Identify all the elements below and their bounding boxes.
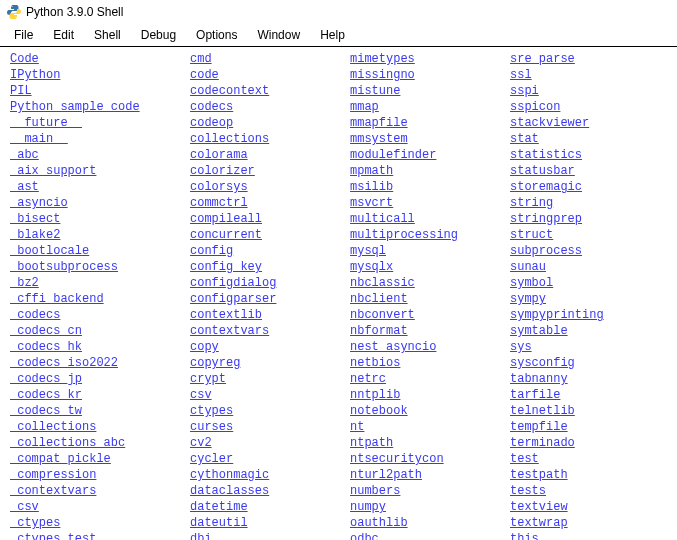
module-link[interactable]: tempfile [510, 419, 660, 435]
module-link[interactable]: cycler [190, 451, 350, 467]
module-link[interactable]: nbclient [350, 291, 510, 307]
module-link[interactable]: mistune [350, 83, 510, 99]
module-link[interactable]: oauthlib [350, 515, 510, 531]
menu-file[interactable]: File [4, 26, 43, 44]
menu-shell[interactable]: Shell [84, 26, 131, 44]
module-link[interactable]: _ctypes [10, 515, 190, 531]
module-link[interactable]: mmap [350, 99, 510, 115]
module-link[interactable]: stackviewer [510, 115, 660, 131]
module-link[interactable]: test [510, 451, 660, 467]
module-link[interactable]: Code [10, 51, 190, 67]
module-link[interactable]: _compression [10, 467, 190, 483]
module-link[interactable]: _codecs_cn [10, 323, 190, 339]
module-link[interactable]: statusbar [510, 163, 660, 179]
menu-options[interactable]: Options [186, 26, 247, 44]
module-link[interactable]: commctrl [190, 195, 350, 211]
module-link[interactable]: tabnanny [510, 371, 660, 387]
module-link[interactable]: notebook [350, 403, 510, 419]
module-link[interactable]: subprocess [510, 243, 660, 259]
module-link[interactable]: numpy [350, 499, 510, 515]
module-link[interactable]: dateutil [190, 515, 350, 531]
module-link[interactable]: nest_asyncio [350, 339, 510, 355]
module-link[interactable]: stringprep [510, 211, 660, 227]
module-link[interactable]: testpath [510, 467, 660, 483]
module-link[interactable]: netbios [350, 355, 510, 371]
module-link[interactable]: compileall [190, 211, 350, 227]
module-link[interactable]: nturl2path [350, 467, 510, 483]
module-link[interactable]: _compat_pickle [10, 451, 190, 467]
module-link[interactable]: nntplib [350, 387, 510, 403]
module-link[interactable]: mmapfile [350, 115, 510, 131]
module-link[interactable]: colorsys [190, 179, 350, 195]
module-link[interactable]: _collections_abc [10, 435, 190, 451]
module-link[interactable]: codecontext [190, 83, 350, 99]
module-link[interactable]: numbers [350, 483, 510, 499]
module-link[interactable]: mimetypes [350, 51, 510, 67]
module-link[interactable]: __future__ [10, 115, 190, 131]
module-link[interactable]: symbol [510, 275, 660, 291]
module-link[interactable]: textwrap [510, 515, 660, 531]
module-link[interactable]: msilib [350, 179, 510, 195]
module-link[interactable]: _codecs_jp [10, 371, 190, 387]
module-link[interactable]: _codecs [10, 307, 190, 323]
module-link[interactable]: sspi [510, 83, 660, 99]
module-link[interactable]: sspicon [510, 99, 660, 115]
module-link[interactable]: datetime [190, 499, 350, 515]
module-link[interactable]: PIL [10, 83, 190, 99]
module-link[interactable]: _cffi_backend [10, 291, 190, 307]
module-link[interactable]: ctypes [190, 403, 350, 419]
module-link[interactable]: struct [510, 227, 660, 243]
module-link[interactable]: config_key [190, 259, 350, 275]
menu-debug[interactable]: Debug [131, 26, 186, 44]
module-link[interactable]: config [190, 243, 350, 259]
module-link[interactable]: sre_parse [510, 51, 660, 67]
module-link[interactable]: _collections [10, 419, 190, 435]
module-link[interactable]: Python sample code [10, 99, 190, 115]
module-link[interactable]: sympyprinting [510, 307, 660, 323]
module-link[interactable]: _bootlocale [10, 243, 190, 259]
module-link[interactable]: copyreg [190, 355, 350, 371]
module-link[interactable]: modulefinder [350, 147, 510, 163]
module-link[interactable]: sys [510, 339, 660, 355]
module-link[interactable]: _codecs_iso2022 [10, 355, 190, 371]
module-link[interactable]: _abc [10, 147, 190, 163]
module-link[interactable]: mmsystem [350, 131, 510, 147]
module-link[interactable]: _codecs_kr [10, 387, 190, 403]
module-link[interactable]: mysql [350, 243, 510, 259]
module-link[interactable]: copy [190, 339, 350, 355]
module-link[interactable]: mpmath [350, 163, 510, 179]
module-link[interactable]: sunau [510, 259, 660, 275]
module-link[interactable]: stat [510, 131, 660, 147]
module-link[interactable]: textview [510, 499, 660, 515]
module-link[interactable]: nt [350, 419, 510, 435]
module-link[interactable]: dbi [190, 531, 350, 540]
module-link[interactable]: contextlib [190, 307, 350, 323]
module-link[interactable]: sysconfig [510, 355, 660, 371]
module-link[interactable]: _ast [10, 179, 190, 195]
module-link[interactable]: _bz2 [10, 275, 190, 291]
module-link[interactable]: sympy [510, 291, 660, 307]
module-link[interactable]: codecs [190, 99, 350, 115]
module-link[interactable]: configparser [190, 291, 350, 307]
module-link[interactable]: tarfile [510, 387, 660, 403]
module-link[interactable]: _codecs_hk [10, 339, 190, 355]
module-link[interactable]: storemagic [510, 179, 660, 195]
module-link[interactable]: _bootsubprocess [10, 259, 190, 275]
menu-window[interactable]: Window [247, 26, 310, 44]
module-link[interactable]: multicall [350, 211, 510, 227]
module-link[interactable]: mysqlx [350, 259, 510, 275]
module-link[interactable]: msvcrt [350, 195, 510, 211]
module-link[interactable]: ssl [510, 67, 660, 83]
module-link[interactable]: IPython [10, 67, 190, 83]
module-link[interactable]: ntsecuritycon [350, 451, 510, 467]
module-link[interactable]: colorama [190, 147, 350, 163]
module-link[interactable]: string [510, 195, 660, 211]
module-link[interactable]: cmd [190, 51, 350, 67]
module-link[interactable]: configdialog [190, 275, 350, 291]
module-link[interactable]: telnetlib [510, 403, 660, 419]
module-link[interactable]: _codecs_tw [10, 403, 190, 419]
module-link[interactable]: csv [190, 387, 350, 403]
module-link[interactable]: __main__ [10, 131, 190, 147]
module-link[interactable]: _ctypes_test [10, 531, 190, 540]
module-link[interactable]: code [190, 67, 350, 83]
